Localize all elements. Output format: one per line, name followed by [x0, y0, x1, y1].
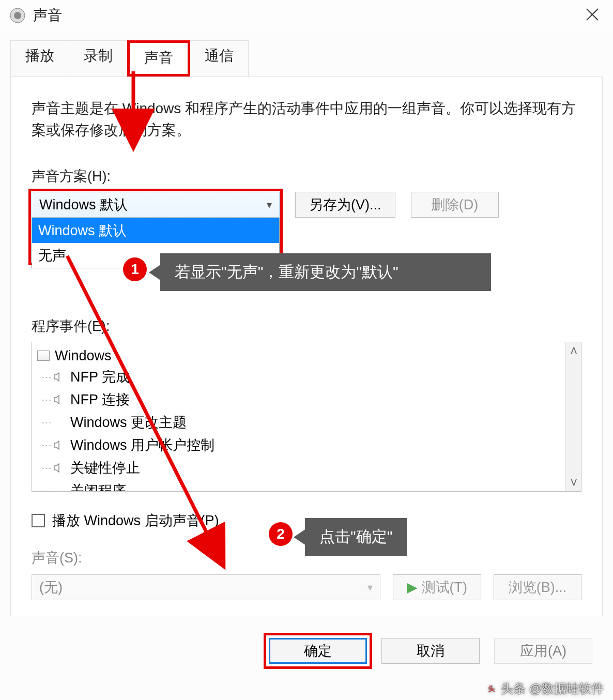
tab-bar: 播放 录制 声音 通信 [10, 40, 613, 77]
test-button: ▶ 测试(T) [393, 574, 481, 600]
tree-connector-icon: ⋯ [41, 416, 52, 429]
tree-root-windows[interactable]: Windows [37, 346, 560, 366]
tree-item-label: Windows 更改主题 [70, 413, 187, 432]
tree-item[interactable]: ⋯ Windows 用户帐户控制 [37, 434, 560, 456]
scrollbar[interactable]: ꓥ ꓦ [565, 342, 581, 491]
scheme-option-default[interactable]: Windows 默认 [32, 218, 279, 243]
annotation-badge-1: 1 [123, 257, 147, 281]
test-label: 测试(T) [422, 578, 467, 597]
window-title: 声音 [33, 6, 577, 25]
tree-item-label: Windows 用户帐户控制 [70, 436, 214, 454]
chevron-down-icon: ▾ [367, 581, 373, 594]
list-inner: Windows ⋯ NFP 完成 ⋯ NFP 连接 ⋯ Windows 更改主题 [32, 342, 565, 491]
svg-point-1 [14, 12, 21, 19]
tree-root-label: Windows [55, 348, 112, 364]
window-icon [37, 351, 50, 361]
callout-text-1: 若显示"无声"，重新更改为"默认" [175, 262, 399, 283]
close-button[interactable] [577, 6, 608, 25]
scheme-row: Windows 默认 ▾ Windows 默认 无声 另存为(V)... 删除(… [32, 192, 581, 218]
callout-text-2: 点击"确定" [319, 526, 392, 547]
chevron-down-icon: ▾ [267, 199, 272, 211]
tree-item-label: NFP 完成 [70, 368, 130, 386]
program-events-label: 程序事件(E): [32, 317, 581, 336]
sound-app-icon [9, 7, 26, 24]
scheme-label: 声音方案(H): [32, 167, 581, 186]
annotation-callout-2: 点击"确定" [305, 518, 407, 556]
annotation-badge-2: 2 [269, 522, 293, 546]
delete-button: 删除(D) [411, 192, 499, 218]
tree-item[interactable]: ⋯ 关闭程序 [37, 479, 560, 491]
tab-recording[interactable]: 录制 [69, 40, 128, 77]
scroll-down-icon[interactable]: ꓦ [571, 477, 577, 488]
tree-item[interactable]: ⋯ NFP 连接 [37, 388, 560, 411]
speaker-icon [53, 417, 65, 428]
speaker-icon [53, 440, 65, 450]
save-as-button[interactable]: 另存为(V)... [295, 192, 395, 218]
tree-item[interactable]: ⋯ 关键性停止 [37, 456, 560, 479]
speaker-icon [53, 372, 65, 382]
tab-communications[interactable]: 通信 [190, 40, 249, 77]
watermark-text: 头条 @数据蛙软件 [501, 680, 604, 697]
toutiao-icon: 头 [485, 682, 498, 695]
sound-value: (无) [39, 578, 63, 597]
tree-connector-icon: ⋯ [41, 371, 52, 383]
speaker-icon [53, 394, 65, 405]
ok-button[interactable]: 确定 [269, 638, 367, 664]
annotation-callout-1: 若显示"无声"，重新更改为"默认" [160, 253, 491, 291]
tree-connector-icon: ⋯ [41, 462, 52, 474]
tab-sounds[interactable]: 声音 [127, 40, 190, 77]
cancel-button[interactable]: 取消 [381, 638, 480, 664]
tree-item[interactable]: ⋯ Windows 更改主题 [37, 411, 560, 434]
tree-item[interactable]: ⋯ NFP 完成 [37, 366, 560, 388]
scheme-combo-wrap: Windows 默认 ▾ Windows 默认 无声 [32, 192, 280, 218]
startup-sound-checkbox[interactable] [32, 514, 45, 527]
tree-item-label: 关键性停止 [70, 459, 140, 477]
tree-connector-icon: ⋯ [41, 484, 52, 491]
play-icon: ▶ [407, 579, 418, 596]
tree-item-label: NFP 连接 [70, 390, 130, 409]
sound-combobox[interactable]: (无) ▾ [32, 574, 380, 600]
svg-text:头: 头 [488, 684, 495, 693]
scheme-combobox[interactable]: Windows 默认 ▾ [32, 192, 280, 218]
apply-button[interactable]: 应用(A) [494, 638, 592, 664]
callout-arrow-icon [149, 264, 161, 281]
program-events-listbox[interactable]: Windows ⋯ NFP 完成 ⋯ NFP 连接 ⋯ Windows 更改主题 [32, 342, 581, 492]
tree-connector-icon: ⋯ [41, 393, 52, 406]
browse-button: 浏览(B)... [494, 574, 581, 600]
watermark: 头 头条 @数据蛙软件 [485, 680, 604, 697]
titlebar: 声音 [0, 0, 613, 31]
tree-connector-icon: ⋯ [41, 439, 52, 451]
sound-dialog-window: 声音 播放 录制 声音 通信 声音主题是在 Windows 和程序产生的活动事件… [0, 0, 613, 700]
tree-item-label: 关闭程序 [70, 481, 126, 491]
sound-row: (无) ▾ ▶ 测试(T) 浏览(B)... [32, 574, 581, 600]
speaker-icon [53, 463, 65, 473]
scheme-description: 声音主题是在 Windows 和程序产生的活动事件中应用的一组声音。你可以选择现… [32, 98, 581, 141]
tab-playback[interactable]: 播放 [10, 40, 69, 77]
startup-sound-label: 播放 Windows 启动声音(P) [52, 511, 219, 530]
scheme-selected-text: Windows 默认 [39, 195, 128, 214]
scroll-up-icon[interactable]: ꓥ [571, 345, 577, 357]
dialog-footer: 确定 取消 应用(A) [0, 627, 613, 675]
callout-arrow-icon [294, 529, 306, 545]
close-icon [586, 8, 599, 21]
speaker-icon [53, 485, 65, 491]
